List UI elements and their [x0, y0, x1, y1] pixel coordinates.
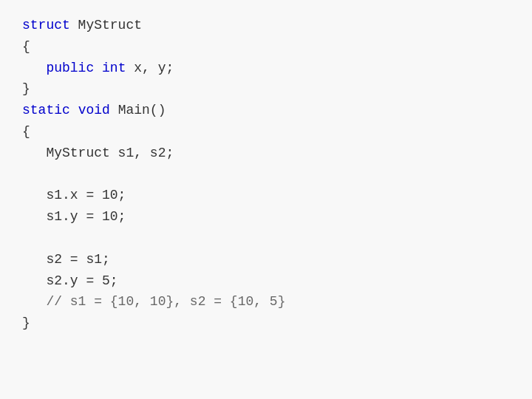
code-line: struct MyStruct — [22, 15, 510, 36]
plain-token: { — [22, 124, 30, 139]
code-line: MyStruct s1, s2; — [22, 143, 510, 164]
keyword-token: void — [78, 103, 110, 117]
code-line — [22, 164, 510, 185]
plain-token: { — [22, 39, 30, 54]
plain-token: } — [22, 81, 30, 96]
code-line: // s1 = {10, 10}, s2 = {10, 5} — [22, 291, 510, 313]
keyword-token: struct — [22, 18, 70, 33]
keyword-token: int — [102, 61, 126, 75]
code-line: } — [22, 313, 510, 334]
code-line: s2.y = 5; — [22, 270, 510, 292]
plain-token: s1.y = 10; — [22, 209, 126, 224]
plain-token — [70, 103, 78, 117]
plain-token: s2.y = 5; — [22, 273, 118, 288]
code-line: } — [22, 78, 510, 100]
plain-token — [94, 61, 102, 75]
plain-token: s1.x = 10; — [22, 188, 126, 202]
plain-token: s2 = s1; — [22, 252, 110, 267]
plain-token: } — [22, 316, 30, 330]
code-line: { — [22, 121, 510, 143]
plain-token: MyStruct s1, s2; — [22, 146, 174, 160]
keyword-token: static — [22, 103, 70, 117]
comment-token: // s1 = {10, 10}, s2 = {10, 5} — [22, 294, 285, 309]
code-line: s1.x = 10; — [22, 185, 510, 206]
plain-token: MyStruct — [70, 18, 142, 33]
plain-token: Main() — [110, 103, 166, 117]
plain-token — [22, 61, 46, 75]
code-line — [22, 228, 510, 249]
plain-token: x, y; — [126, 61, 174, 75]
keyword-token: public — [46, 61, 94, 75]
code-line: s2 = s1; — [22, 249, 510, 270]
code-line: s1.y = 10; — [22, 206, 510, 228]
code-line: { — [22, 36, 510, 58]
code-line: public int x, y; — [22, 58, 510, 79]
code-line: static void Main() — [22, 100, 510, 121]
code-container: struct MyStruct{ public int x, y;}static… — [0, 0, 532, 399]
code-block: struct MyStruct{ public int x, y;}static… — [22, 15, 510, 334]
